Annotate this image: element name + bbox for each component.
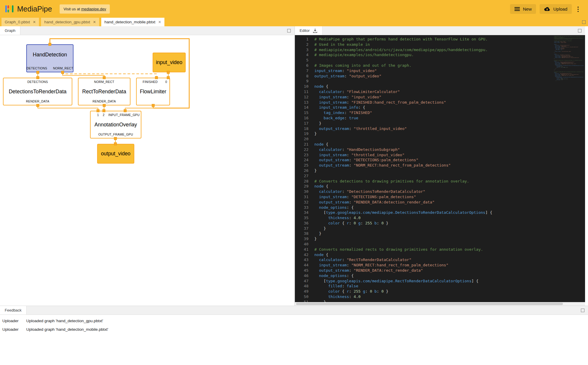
code-line[interactable] [314, 58, 585, 63]
code-line[interactable]: } [314, 236, 585, 242]
port-label: 0 [165, 80, 167, 84]
code-line[interactable]: color { r: 255 g: 0 b: 0 } [314, 289, 585, 294]
code-line[interactable] [314, 79, 585, 84]
graph-node-input-video[interactable]: input_video [153, 53, 186, 72]
code-line[interactable]: [type.googleapis.com/mediapipe.RectToRen… [314, 278, 585, 284]
code-line[interactable]: } [314, 121, 585, 126]
code-line[interactable]: color { r: 0 g: 255 b: 0 } [314, 221, 585, 226]
code-line[interactable]: } [314, 231, 585, 236]
code-line[interactable]: input_stream: "input_video" [314, 68, 585, 74]
graph-node-rect-to-render-data[interactable]: NORM_RECT RectToRenderData RENDER_DATA [78, 78, 130, 105]
code-line[interactable]: back_edge: true [314, 115, 585, 121]
maximize-feedback-panel-icon[interactable] [581, 309, 584, 312]
code-line[interactable]: output_stream: "NORM_RECT:hand_rect_from… [314, 163, 585, 168]
code-line[interactable] [314, 242, 585, 247]
code-line[interactable]: node_options: { [314, 273, 585, 278]
code-line[interactable]: # mediapipie/examples/android/src/java/c… [314, 47, 585, 53]
line-number: 6 [295, 63, 313, 68]
maximize-editor-panel-icon[interactable] [578, 29, 582, 32]
code-line[interactable]: # MediaPipe graph that performs hand det… [314, 37, 585, 42]
maximize-workspace-icon[interactable] [582, 20, 586, 24]
horizontal-scrollbar[interactable] [295, 302, 585, 306]
visit-prefix: Visit us at [63, 7, 80, 11]
code-line[interactable]: calculator: "FlowLimiterCalculator" [314, 89, 585, 94]
line-number: 33 [295, 205, 313, 210]
code-line[interactable]: # Converts detections to drawing primiti… [314, 179, 585, 184]
close-tab-icon[interactable]: × [93, 20, 96, 25]
close-tab-icon[interactable]: × [33, 20, 36, 25]
minimap[interactable]: # MediaPipe graph that performs hand det… [553, 35, 585, 302]
graph-node-detections-to-render-data[interactable]: DETECTIONS DetectionsToRenderData RENDER… [3, 78, 72, 105]
code-line[interactable] [314, 136, 585, 142]
port-label: 2 [103, 113, 104, 117]
line-number: 1 [295, 37, 313, 42]
code-line[interactable]: node { [314, 84, 585, 89]
graph-node-output-video[interactable]: output_video [97, 144, 134, 164]
line-numbers: 1234567891011121314151617181920212223242… [295, 35, 313, 305]
code-line[interactable]: node_options: { [314, 205, 585, 210]
code-line[interactable]: # mediapipie/examples/ios/handdetectiong… [314, 52, 585, 58]
line-number: 21 [295, 142, 313, 147]
line-number: 30 [295, 189, 313, 194]
file-tab-hand-detection-mobile[interactable]: hand_detection_mobile.pbtxt × [101, 18, 164, 26]
code-line[interactable]: calculator: "HandDetectionSubgraph" [314, 147, 585, 152]
code-line[interactable]: thickness: 4.0 [314, 294, 585, 299]
code-line[interactable]: node { [314, 142, 585, 147]
graph-canvas[interactable]: HandDetection DETECTIONS NORM_RECT input… [0, 35, 294, 306]
code-line[interactable]: input_stream_info: { [314, 105, 585, 110]
editor-panel: Editor 123456789101112131415161718192021… [295, 26, 585, 306]
download-icon[interactable] [313, 28, 318, 33]
code-lines[interactable]: # MediaPipe graph that performs hand det… [314, 35, 585, 302]
code-line[interactable]: input_stream: "DETECTIONS:palm_detection… [314, 194, 585, 200]
new-button[interactable]: New [510, 4, 536, 14]
tab-feedback[interactable]: Feedback [0, 306, 27, 315]
kebab-menu-icon[interactable]: ⋮ [573, 5, 583, 13]
code-line[interactable]: input_stream: "input_video" [314, 94, 585, 100]
code-line[interactable]: input_stream: "NORM_RECT:hand_rect_from_… [314, 263, 585, 268]
mediapipe-dev-link[interactable]: mediapipe.dev [81, 7, 106, 11]
code-line[interactable]: # Converts normalized rects to drawing p… [314, 247, 585, 252]
line-number: 19 [295, 131, 313, 136]
code-line[interactable]: output_stream: "RENDER_DATA:rect_render_… [314, 268, 585, 273]
code-line[interactable]: calculator: "RectToRenderDataCalculator" [314, 257, 585, 263]
code-line[interactable]: # Used in the example in [314, 42, 585, 47]
code-line[interactable] [314, 173, 585, 179]
node-port-row: OUTPUT_FRAME_GPU [91, 131, 141, 138]
tab-graph[interactable]: Graph [0, 26, 20, 35]
code-line[interactable]: # Images coming into and out of the grap… [314, 63, 585, 68]
code-line[interactable]: output_stream: "DETECTIONS:palm_detectio… [314, 157, 585, 163]
new-button-label: New [523, 6, 532, 12]
code-line[interactable]: calculator: "DetectionsToRenderDataCalcu… [314, 189, 585, 194]
code-line[interactable]: output_stream: "RENDER_DATA:detection_re… [314, 200, 585, 205]
line-number: 40 [295, 242, 313, 247]
graph-node-hand-detection[interactable]: HandDetection DETECTIONS NORM_RECT [26, 44, 74, 72]
code-line[interactable]: } [314, 131, 585, 136]
node-port-row [137, 98, 169, 105]
code-line[interactable]: thickness: 4.0 [314, 215, 585, 221]
file-tab-hand-detection-gpu[interactable]: hand_detection_gpu.pbtxt × [41, 18, 99, 26]
code-line[interactable]: input_stream: "FINISHED:hand_rect_from_p… [314, 100, 585, 105]
code-line[interactable]: [type.googleapis.com/mediapipe.Detection… [314, 210, 585, 215]
code-line[interactable]: } [314, 226, 585, 231]
code-line[interactable]: tag_index: "FINISHED" [314, 110, 585, 115]
code-line[interactable]: filled: false [314, 283, 585, 289]
code-editor[interactable]: 1234567891011121314151617181920212223242… [295, 35, 585, 306]
code-line[interactable]: } [314, 168, 585, 173]
upload-button[interactable]: Upload [540, 4, 572, 14]
port-label: FINISHED [143, 80, 158, 84]
tab-editor[interactable]: Editor [295, 26, 323, 35]
graph-node-annotation-overlay[interactable]: 1 2 INPUT_FRAME_GPU AnnotationOverlay OU… [90, 111, 141, 138]
code-line[interactable]: } [314, 299, 585, 302]
graph-node-flow-limiter[interactable]: FINISHED 0 FlowLimiter [136, 78, 170, 105]
code-line[interactable]: node { [314, 252, 585, 258]
code-line[interactable]: input_stream: "throttled_input_video" [314, 152, 585, 158]
code-line[interactable]: output_stream: "output_video" [314, 74, 585, 79]
edge-rect-render-data [104, 105, 104, 111]
line-number: 15 [295, 110, 313, 115]
file-tab-graph-0[interactable]: Graph_0.pbtxt × [1, 18, 39, 26]
code-line[interactable]: node { [314, 184, 585, 189]
code-line[interactable]: output_stream: "throttled_input_video" [314, 126, 585, 131]
horizontal-scrollbar-thumb[interactable] [296, 303, 563, 305]
maximize-graph-panel-icon[interactable] [287, 29, 291, 32]
close-tab-icon[interactable]: × [158, 20, 161, 25]
